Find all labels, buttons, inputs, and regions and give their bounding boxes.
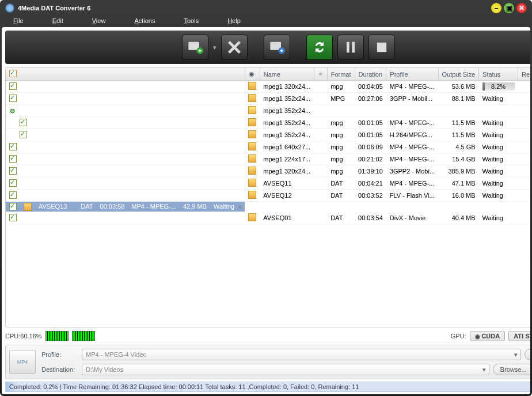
profile-combo[interactable]: MP4 - MPEG-4 Video — [82, 349, 521, 360]
table-row[interactable]: mpeg1 352x24...mpg00:01:05MP4 - MPEG-...… — [6, 117, 530, 129]
convert-button[interactable] — [306, 35, 333, 60]
bottom-panel: MP4 Profile: MP4 - MPEG-4 Video Save As.… — [5, 345, 530, 379]
profile-thumb-icon: MP4 — [9, 350, 36, 374]
menu-view[interactable]: View — [92, 17, 106, 24]
row-checkbox[interactable] — [9, 203, 17, 210]
menu-file[interactable]: File — [13, 17, 24, 24]
col-output[interactable]: Output Size — [438, 68, 478, 81]
table-row[interactable]: ⊖mpeg1 352x24... — [6, 105, 530, 117]
delete-button[interactable] — [221, 35, 248, 60]
status-bar: Completed: 0.2% | Time Remaining: 01:36:… — [5, 382, 530, 392]
check-all[interactable] — [9, 70, 17, 77]
row-checkbox[interactable] — [9, 82, 17, 90]
file-icon — [248, 118, 256, 126]
col-duration[interactable]: Duration — [355, 68, 386, 81]
col-format[interactable]: Format — [327, 68, 355, 81]
table-row[interactable]: mpeg1 320x24...mpg00:04:05MP4 - MPEG-...… — [6, 81, 530, 93]
table-row[interactable]: mpeg1 224x17...mpg00:21:02MP4 - MPEG-...… — [6, 153, 530, 165]
svg-rect-4 — [347, 42, 349, 53]
row-checkbox[interactable] — [9, 167, 17, 175]
table-row[interactable]: mpeg1 320x24...mpg01:39:103GPP2 - Mobi..… — [6, 165, 530, 178]
file-icon — [24, 203, 32, 211]
table-row[interactable]: mpeg1 640x27...mpg00:06:09MP4 - MPEG-...… — [6, 141, 530, 153]
file-icon — [248, 154, 256, 163]
file-icon — [248, 130, 256, 138]
dest-combo[interactable]: D:\My Videos — [82, 364, 489, 375]
row-checkbox[interactable] — [9, 191, 17, 199]
menu-tools[interactable]: Tools — [184, 17, 199, 24]
save-as-button[interactable]: Save As... — [525, 349, 530, 360]
col-name[interactable]: Name — [260, 68, 314, 81]
minimize-button[interactable]: – — [491, 3, 501, 13]
file-icon — [248, 167, 256, 175]
row-checkbox[interactable] — [20, 131, 27, 138]
gpu-label: GPU: — [451, 333, 466, 340]
titlebar[interactable]: 4Media DAT Converter 6 – ▣ ✕ — [2, 2, 530, 14]
cpu-row: CPU:60.16% GPU: ◉ CUDA ATI STREAM 🔧 — [5, 330, 530, 342]
col-remaining[interactable]: Remaining Time — [518, 68, 530, 81]
collapse-icon[interactable]: ⊖ — [9, 107, 15, 115]
folder-icon — [248, 106, 256, 114]
window-title: 4Media DAT Converter 6 — [18, 5, 491, 12]
ati-badge[interactable]: ATI STREAM — [508, 331, 530, 341]
svg-rect-5 — [352, 42, 355, 53]
file-icon — [248, 213, 256, 221]
cpu-label: CPU:60.16% — [5, 333, 42, 340]
menu-actions[interactable]: Actions — [134, 17, 155, 24]
row-checkbox[interactable] — [20, 119, 27, 126]
browse-button[interactable]: Browse... — [493, 364, 530, 375]
row-checkbox[interactable] — [9, 179, 17, 187]
table-row[interactable]: AVSEQ01DAT00:03:54DivX - Movie40.4 MBWai… — [6, 212, 530, 224]
pause-button[interactable] — [337, 35, 364, 60]
toolbar: ▾ — [5, 31, 530, 64]
cuda-badge[interactable]: ◉ CUDA — [470, 331, 506, 341]
menu-edit[interactable]: Edit — [52, 17, 63, 24]
file-icon — [248, 179, 256, 187]
col-status[interactable]: Status — [479, 68, 518, 81]
stop-button[interactable] — [368, 35, 395, 60]
profile-label: Profile: — [41, 351, 78, 358]
svg-rect-6 — [377, 43, 386, 52]
table-row[interactable]: AVSEQ12DAT00:03:52FLV - Flash Vi...16.0 … — [6, 190, 530, 202]
table-row[interactable]: mpeg1 352x24...mpg00:01:05H.264/MPEG...1… — [6, 129, 530, 141]
row-checkbox[interactable] — [9, 143, 17, 150]
maximize-button[interactable]: ▣ — [504, 3, 514, 13]
app-icon — [5, 3, 14, 13]
file-icon — [248, 142, 256, 150]
col-profile[interactable]: Profile — [386, 68, 438, 81]
table-row[interactable]: AVSEQ11DAT00:04:21MP4 - MPEG-...47.1 MBW… — [6, 178, 530, 190]
cpu-graph-icon — [45, 331, 69, 341]
row-checkbox[interactable] — [9, 95, 17, 102]
table-row[interactable]: AVSEQ13DAT00:03:58MP4 - MPEG-...42.9 MBW… — [6, 202, 245, 212]
close-button[interactable]: ✕ — [516, 3, 527, 13]
add-profile-button[interactable] — [264, 35, 290, 60]
dest-label: Destination: — [41, 366, 78, 373]
row-checkbox[interactable] — [9, 214, 17, 221]
add-file-button[interactable] — [182, 35, 208, 60]
cpu-graph-icon — [72, 331, 95, 341]
table-row[interactable]: mpeg1 352x24...MPG00:27:063GPP - Mobil..… — [6, 93, 530, 105]
file-table[interactable]: ◉ Name ★ Format Duration Profile Output … — [5, 67, 530, 327]
row-checkbox[interactable] — [9, 155, 17, 163]
file-icon — [248, 82, 256, 90]
menu-help[interactable]: Help — [227, 17, 241, 24]
file-icon — [248, 191, 256, 199]
file-icon — [248, 94, 256, 102]
menubar: File Edit View Actions Tools Help — [2, 14, 530, 27]
